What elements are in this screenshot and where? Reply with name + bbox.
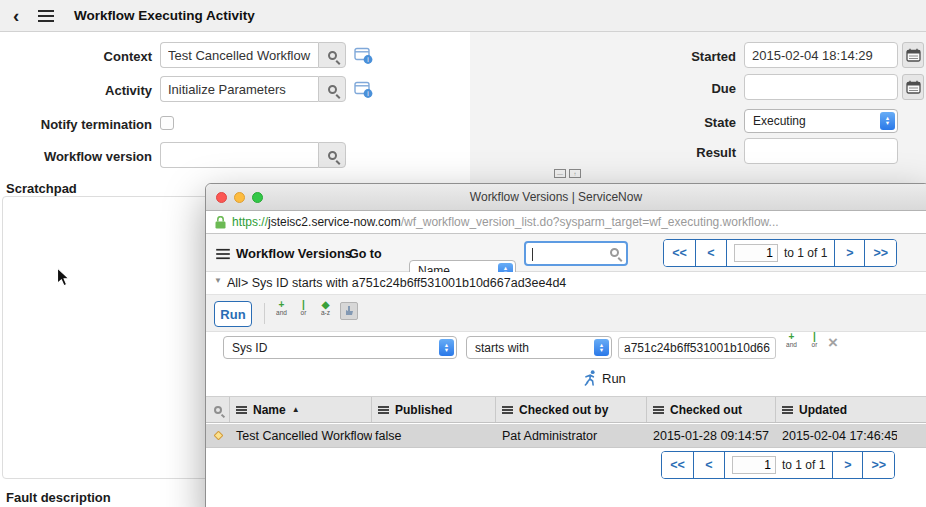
url-host: jsteisc2.service-now.com (268, 215, 401, 229)
lock-icon (215, 216, 226, 229)
condition-field-select[interactable]: Sys ID ▲▼ (223, 336, 457, 359)
page-range: to 1 of 1 (726, 240, 834, 266)
delete-condition-icon[interactable]: × (828, 333, 838, 353)
context-lookup-button[interactable] (318, 42, 346, 68)
column-header-checked-out[interactable]: Checked out (647, 397, 776, 422)
condition-operator-select[interactable]: starts with ▲▼ (466, 336, 612, 359)
prev-page-button[interactable]: < (695, 240, 726, 266)
state-label: State (556, 115, 736, 130)
list-search-input[interactable] (524, 241, 628, 266)
next-page-button[interactable]: > (832, 452, 862, 478)
scratchpad-label: Scratchpad (6, 181, 77, 196)
breadcrumb-text[interactable]: All> Sys ID starts with a751c24b6ff53100… (227, 272, 566, 294)
activity-preview-icon[interactable]: i (354, 81, 374, 99)
column-header-checked-out-by[interactable]: Checked out by (496, 397, 647, 422)
table-search-button[interactable] (206, 397, 230, 422)
notify-termination-checkbox[interactable] (160, 116, 174, 130)
window-title-bar[interactable]: Workflow Versions | ServiceNow (206, 184, 926, 211)
first-page-button[interactable]: << (662, 452, 693, 478)
context-input[interactable] (160, 42, 318, 68)
column-menu-icon[interactable] (378, 406, 389, 414)
add-and-condition-icon[interactable]: +and (272, 300, 291, 322)
list-title: Workflow Versions (236, 246, 352, 261)
screen: ‹ Workflow Executing Activity Context i … (0, 0, 926, 507)
table-row[interactable]: Test Cancelled Workflow false Pat Admini… (206, 424, 926, 448)
context-preview-icon[interactable]: i (354, 47, 374, 65)
page-range-label: to 1 of 1 (784, 246, 827, 260)
run-filter-button[interactable]: Run (214, 301, 252, 327)
page-range: to 1 of 1 (724, 452, 832, 478)
column-menu-icon[interactable] (782, 406, 793, 414)
search-icon (328, 151, 337, 160)
context-field-group (160, 42, 346, 68)
svg-text:i: i (367, 56, 368, 63)
activity-label: Activity (0, 83, 152, 98)
pagination-bottom: << < to 1 of 1 > >> (661, 451, 895, 479)
select-stepper-icon: ▲▼ (594, 339, 609, 356)
cell-checked-out-by: Pat Administrator (496, 424, 647, 447)
activity-input[interactable] (160, 76, 318, 102)
condition-field-value: Sys ID (232, 341, 267, 355)
pagination-top: << < to 1 of 1 > >> (663, 239, 897, 267)
column-header-updated[interactable]: Updated (776, 397, 897, 422)
workflow-version-lookup-button[interactable] (318, 142, 346, 168)
column-header-name[interactable]: Name▲ (230, 397, 372, 422)
select-stepper-icon: ▲▼ (880, 112, 895, 130)
column-menu-icon[interactable] (236, 406, 247, 414)
column-header-published[interactable]: Published (372, 397, 496, 422)
activity-field-group (160, 76, 346, 102)
drag-hand-icon[interactable] (340, 302, 358, 320)
table-header-row: Name▲ Published Checked out by Checked o… (206, 396, 926, 423)
page-number-input[interactable] (732, 456, 776, 474)
search-icon (328, 51, 337, 60)
record-preview-icon[interactable] (206, 424, 230, 447)
add-or-condition-icon[interactable]: |or (294, 300, 313, 322)
due-input[interactable] (744, 74, 898, 100)
back-icon[interactable]: ‹ (13, 5, 19, 27)
page-range-label: to 1 of 1 (782, 458, 825, 472)
breadcrumb-expand-icon[interactable]: ▼ (214, 276, 222, 285)
next-page-button[interactable]: > (834, 240, 864, 266)
condition-value-input[interactable] (618, 337, 776, 359)
run-link[interactable]: Run (584, 370, 626, 386)
divider (264, 303, 265, 324)
run-link-label: Run (602, 371, 626, 386)
column-menu-icon[interactable] (502, 406, 513, 414)
fault-description-label: Fault description (6, 490, 111, 505)
url-path: /wf_workflow_version_list.do?sysparm_tar… (401, 215, 779, 229)
search-icon (610, 248, 619, 257)
cell-name[interactable]: Test Cancelled Workflow (230, 424, 372, 447)
collapse-window-icon[interactable]: — (554, 169, 566, 178)
list-menu-icon[interactable] (216, 249, 230, 259)
state-select-value: Executing (753, 114, 806, 128)
goto-label: Go to (349, 247, 382, 261)
calendar-icon (906, 48, 921, 62)
last-page-button[interactable]: >> (862, 452, 894, 478)
add-sort-icon[interactable]: ◆a-z (316, 300, 335, 322)
url-text: https://jsteisc2.service-now.com/wf_work… (232, 211, 779, 234)
state-select[interactable]: Executing ▲▼ (744, 109, 898, 133)
last-page-button[interactable]: >> (864, 240, 896, 266)
popout-window-icon[interactable]: ↑ (569, 169, 581, 178)
result-input[interactable] (744, 138, 898, 164)
result-label: Result (556, 145, 736, 160)
condition-or-icon[interactable]: |or (805, 332, 824, 354)
column-menu-icon[interactable] (653, 406, 664, 414)
url-bar[interactable]: https://jsteisc2.service-now.com/wf_work… (206, 211, 926, 234)
select-stepper-icon: ▲▼ (439, 339, 454, 356)
context-label: Context (0, 49, 152, 64)
calendar-icon (906, 80, 921, 94)
page-title: Workflow Executing Activity (74, 0, 255, 32)
first-page-button[interactable]: << (664, 240, 695, 266)
started-calendar-button[interactable] (902, 42, 924, 68)
notify-termination-label: Notify termination (0, 117, 152, 132)
started-input[interactable] (744, 42, 898, 68)
activity-lookup-button[interactable] (318, 76, 346, 102)
due-calendar-button[interactable] (902, 74, 924, 100)
condition-and-icon[interactable]: +and (782, 332, 801, 354)
prev-page-button[interactable]: < (693, 452, 724, 478)
workflow-version-input[interactable] (160, 142, 318, 168)
due-label: Due (556, 81, 736, 96)
menu-icon[interactable] (38, 10, 54, 22)
page-number-input[interactable] (734, 244, 778, 262)
